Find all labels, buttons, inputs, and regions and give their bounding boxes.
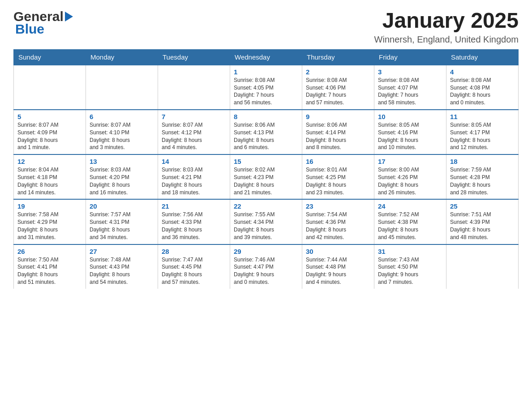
calendar-cell: 18Sunrise: 7:59 AM Sunset: 4:28 PM Dayli… — [446, 154, 519, 199]
day-number: 21 — [162, 202, 226, 210]
day-info: Sunrise: 7:58 AM Sunset: 4:29 PM Dayligh… — [17, 211, 82, 241]
day-info: Sunrise: 7:57 AM Sunset: 4:31 PM Dayligh… — [90, 211, 154, 241]
day-number: 1 — [234, 68, 298, 76]
calendar-cell: 28Sunrise: 7:47 AM Sunset: 4:45 PM Dayli… — [158, 244, 230, 289]
day-info: Sunrise: 8:05 AM Sunset: 4:17 PM Dayligh… — [450, 121, 515, 151]
day-info: Sunrise: 8:08 AM Sunset: 4:06 PM Dayligh… — [306, 77, 370, 107]
calendar-cell: 11Sunrise: 8:05 AM Sunset: 4:17 PM Dayli… — [446, 110, 519, 154]
weekday-header-row: SundayMondayTuesdayWednesdayThursdayFrid… — [14, 49, 519, 65]
calendar-cell: 20Sunrise: 7:57 AM Sunset: 4:31 PM Dayli… — [86, 199, 158, 244]
day-info: Sunrise: 7:43 AM Sunset: 4:50 PM Dayligh… — [378, 256, 442, 286]
calendar-cell: 5Sunrise: 8:07 AM Sunset: 4:09 PM Daylig… — [14, 110, 86, 154]
day-info: Sunrise: 7:59 AM Sunset: 4:28 PM Dayligh… — [450, 166, 515, 196]
day-info: Sunrise: 8:00 AM Sunset: 4:26 PM Dayligh… — [378, 166, 442, 196]
day-number: 11 — [450, 113, 515, 120]
day-info: Sunrise: 8:01 AM Sunset: 4:25 PM Dayligh… — [306, 166, 370, 196]
day-info: Sunrise: 8:05 AM Sunset: 4:16 PM Dayligh… — [378, 121, 442, 151]
day-number: 23 — [306, 202, 370, 210]
day-info: Sunrise: 8:08 AM Sunset: 4:07 PM Dayligh… — [378, 77, 442, 107]
day-number: 16 — [306, 158, 370, 165]
day-number: 13 — [90, 158, 154, 165]
day-number: 31 — [378, 248, 442, 255]
day-info: Sunrise: 7:46 AM Sunset: 4:47 PM Dayligh… — [234, 256, 298, 286]
weekday-header-thursday: Thursday — [302, 49, 374, 65]
weekday-header-saturday: Saturday — [446, 49, 519, 65]
day-number: 27 — [90, 248, 154, 255]
calendar-cell: 13Sunrise: 8:03 AM Sunset: 4:20 PM Dayli… — [86, 154, 158, 199]
day-number: 4 — [450, 68, 515, 76]
logo-blue-text: Blue — [15, 21, 44, 37]
day-number: 25 — [450, 202, 515, 210]
day-number: 30 — [306, 248, 370, 255]
calendar-cell: 3Sunrise: 8:08 AM Sunset: 4:07 PM Daylig… — [374, 65, 446, 110]
weekday-header-monday: Monday — [86, 49, 158, 65]
day-number: 3 — [378, 68, 442, 76]
day-number: 14 — [162, 158, 226, 165]
calendar-cell: 16Sunrise: 8:01 AM Sunset: 4:25 PM Dayli… — [302, 154, 374, 199]
day-number: 28 — [162, 248, 226, 255]
day-info: Sunrise: 7:54 AM Sunset: 4:36 PM Dayligh… — [306, 211, 370, 241]
calendar-cell: 23Sunrise: 7:54 AM Sunset: 4:36 PM Dayli… — [302, 199, 374, 244]
page-header: General Blue January 2025 Winnersh, Engl… — [13, 9, 519, 45]
calendar-cell: 30Sunrise: 7:44 AM Sunset: 4:48 PM Dayli… — [302, 244, 374, 289]
calendar-week-row: 1Sunrise: 8:08 AM Sunset: 4:05 PM Daylig… — [14, 65, 519, 110]
calendar-cell: 25Sunrise: 7:51 AM Sunset: 4:39 PM Dayli… — [446, 199, 519, 244]
calendar-cell — [14, 65, 86, 110]
day-info: Sunrise: 8:06 AM Sunset: 4:14 PM Dayligh… — [306, 121, 370, 151]
day-number: 29 — [234, 248, 298, 255]
day-number: 2 — [306, 68, 370, 76]
day-info: Sunrise: 8:07 AM Sunset: 4:10 PM Dayligh… — [90, 121, 154, 151]
logo-triangle-icon — [65, 12, 73, 21]
day-info: Sunrise: 7:51 AM Sunset: 4:39 PM Dayligh… — [450, 211, 515, 241]
day-info: Sunrise: 7:48 AM Sunset: 4:43 PM Dayligh… — [90, 256, 154, 286]
calendar-cell: 24Sunrise: 7:52 AM Sunset: 4:38 PM Dayli… — [374, 199, 446, 244]
day-number: 12 — [17, 158, 82, 165]
calendar-cell: 6Sunrise: 8:07 AM Sunset: 4:10 PM Daylig… — [86, 110, 158, 154]
day-number: 22 — [234, 202, 298, 210]
day-info: Sunrise: 8:08 AM Sunset: 4:08 PM Dayligh… — [450, 77, 515, 107]
subtitle: Winnersh, England, United Kingdom — [374, 34, 519, 45]
day-number: 7 — [162, 113, 226, 120]
day-info: Sunrise: 7:52 AM Sunset: 4:38 PM Dayligh… — [378, 211, 442, 241]
day-number: 18 — [450, 158, 515, 165]
calendar-cell: 27Sunrise: 7:48 AM Sunset: 4:43 PM Dayli… — [86, 244, 158, 289]
day-number: 8 — [234, 113, 298, 120]
calendar-cell: 8Sunrise: 8:06 AM Sunset: 4:13 PM Daylig… — [230, 110, 302, 154]
day-info: Sunrise: 7:55 AM Sunset: 4:34 PM Dayligh… — [234, 211, 298, 241]
day-info: Sunrise: 8:07 AM Sunset: 4:09 PM Dayligh… — [17, 121, 82, 151]
day-info: Sunrise: 8:02 AM Sunset: 4:23 PM Dayligh… — [234, 166, 298, 196]
day-info: Sunrise: 7:56 AM Sunset: 4:33 PM Dayligh… — [162, 211, 226, 241]
day-info: Sunrise: 8:04 AM Sunset: 4:18 PM Dayligh… — [17, 166, 82, 196]
page-title: January 2025 — [374, 9, 519, 33]
calendar-cell: 9Sunrise: 8:06 AM Sunset: 4:14 PM Daylig… — [302, 110, 374, 154]
calendar-table: SundayMondayTuesdayWednesdayThursdayFrid… — [13, 49, 519, 289]
weekday-header-wednesday: Wednesday — [230, 49, 302, 65]
calendar-cell: 15Sunrise: 8:02 AM Sunset: 4:23 PM Dayli… — [230, 154, 302, 199]
calendar-cell: 2Sunrise: 8:08 AM Sunset: 4:06 PM Daylig… — [302, 65, 374, 110]
day-number: 17 — [378, 158, 442, 165]
calendar-cell — [86, 65, 158, 110]
day-info: Sunrise: 7:44 AM Sunset: 4:48 PM Dayligh… — [306, 256, 370, 286]
calendar-cell — [446, 244, 519, 289]
calendar-cell: 12Sunrise: 8:04 AM Sunset: 4:18 PM Dayli… — [14, 154, 86, 199]
calendar-cell: 1Sunrise: 8:08 AM Sunset: 4:05 PM Daylig… — [230, 65, 302, 110]
day-info: Sunrise: 8:03 AM Sunset: 4:21 PM Dayligh… — [162, 166, 226, 196]
day-number: 10 — [378, 113, 442, 120]
weekday-header-friday: Friday — [374, 49, 446, 65]
logo: General Blue — [13, 9, 73, 37]
calendar-cell: 26Sunrise: 7:50 AM Sunset: 4:41 PM Dayli… — [14, 244, 86, 289]
svg-marker-0 — [65, 12, 73, 21]
calendar-cell: 14Sunrise: 8:03 AM Sunset: 4:21 PM Dayli… — [158, 154, 230, 199]
title-block: January 2025 Winnersh, England, United K… — [374, 9, 519, 45]
day-info: Sunrise: 7:47 AM Sunset: 4:45 PM Dayligh… — [162, 256, 226, 286]
calendar-week-row: 12Sunrise: 8:04 AM Sunset: 4:18 PM Dayli… — [14, 154, 519, 199]
calendar-cell: 29Sunrise: 7:46 AM Sunset: 4:47 PM Dayli… — [230, 244, 302, 289]
calendar-cell: 22Sunrise: 7:55 AM Sunset: 4:34 PM Dayli… — [230, 199, 302, 244]
day-info: Sunrise: 8:07 AM Sunset: 4:12 PM Dayligh… — [162, 121, 226, 151]
day-info: Sunrise: 8:03 AM Sunset: 4:20 PM Dayligh… — [90, 166, 154, 196]
weekday-header-sunday: Sunday — [14, 49, 86, 65]
day-info: Sunrise: 7:50 AM Sunset: 4:41 PM Dayligh… — [17, 256, 82, 286]
calendar-cell: 17Sunrise: 8:00 AM Sunset: 4:26 PM Dayli… — [374, 154, 446, 199]
day-number: 15 — [234, 158, 298, 165]
day-number: 20 — [90, 202, 154, 210]
